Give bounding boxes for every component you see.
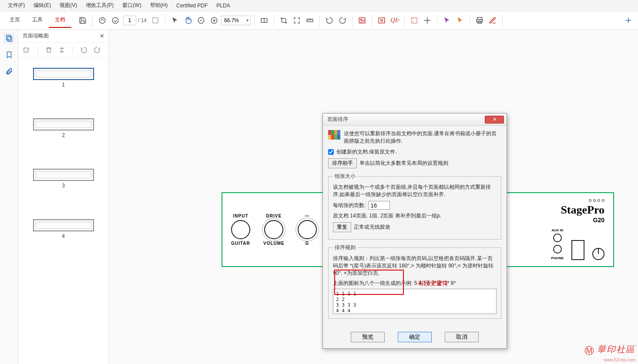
fit-icon[interactable]	[258, 14, 270, 27]
svg-point-17	[381, 19, 383, 21]
ok-button[interactable]: 确定	[398, 332, 432, 342]
page-number-input[interactable]	[123, 16, 136, 25]
split-icon[interactable]	[57, 45, 67, 55]
svg-point-0	[99, 17, 105, 23]
rotate-left-icon[interactable]	[323, 14, 336, 27]
menu-help[interactable]: 帮助(H)	[146, 0, 172, 11]
watermark: Ⓜ 華印社區 www.52cnp.com	[584, 344, 635, 362]
print-icon[interactable]	[473, 14, 486, 27]
zoom-select[interactable]: 66.7%	[221, 16, 251, 25]
panel-close-icon[interactable]: ×	[100, 32, 104, 40]
bookmark-icon[interactable]	[4, 50, 14, 60]
measure-icon[interactable]	[304, 14, 316, 27]
rules-textarea[interactable]: 1 1 1 1 2 2 3 3 3 3 4 4 4	[333, 289, 497, 314]
thumbnail-page[interactable]	[33, 169, 94, 181]
cancel-button[interactable]: 取消	[445, 332, 479, 342]
dialog-close-button[interactable]: ✕	[485, 116, 504, 124]
delete-icon[interactable]	[44, 45, 54, 55]
zoom-out-icon[interactable]	[195, 14, 207, 27]
qi-icon[interactable]: QI5	[389, 14, 401, 27]
svg-rect-2	[153, 18, 158, 23]
page-down-icon[interactable]	[109, 14, 121, 27]
svg-rect-28	[24, 48, 28, 52]
save-icon[interactable]	[77, 14, 89, 27]
marquee-icon[interactable]	[149, 14, 161, 27]
svg-point-1	[112, 17, 118, 23]
tab-tools[interactable]: 工具	[26, 13, 49, 28]
crop-icon[interactable]	[278, 14, 290, 27]
thumbnails-list[interactable]: 1 2 3 4	[18, 57, 108, 364]
svg-rect-16	[379, 18, 385, 23]
menu-edit[interactable]: 编辑(E)	[29, 0, 55, 11]
page-sort-dialog: 页面排序 ✕ 这使您可以重新排序当前文档中的页面.通常在将书籍或小册子的页面拼版…	[322, 113, 507, 349]
knob-icon	[298, 220, 317, 239]
page-total: / 14	[138, 17, 147, 23]
menu-window[interactable]: 窗口(W)	[118, 0, 145, 11]
svg-rect-27	[8, 37, 12, 41]
svg-rect-26	[7, 35, 10, 40]
select-purple-icon[interactable]	[441, 14, 453, 27]
hand-icon[interactable]	[182, 14, 194, 27]
panel-title: 页面缩略图	[23, 32, 49, 40]
add-icon[interactable]	[622, 14, 635, 27]
dialog-title: 页面排序	[327, 116, 348, 123]
svg-rect-18	[412, 18, 417, 23]
repeat-button[interactable]: 重复	[333, 222, 351, 232]
thumbnails-panel: 页面缩略图 × 1 2 3 4	[18, 30, 109, 364]
left-sidebar	[0, 30, 18, 364]
thumbnails-icon[interactable]	[4, 33, 14, 43]
inspect-icon[interactable]	[376, 14, 388, 27]
knob-icon	[264, 220, 283, 239]
rotate-right-icon[interactable]	[336, 14, 349, 27]
pointer-icon[interactable]	[169, 14, 181, 27]
thumbnail-page[interactable]	[33, 118, 94, 130]
menu-bar: 文件(F) 编辑(E) 视图(V) 增效工具(P) 窗口(W) 帮助(H) Ce…	[0, 0, 638, 11]
options-icon[interactable]	[22, 45, 31, 55]
pages-per-sheet-input[interactable]	[368, 201, 390, 210]
slot-icon	[571, 240, 584, 260]
toolbar: 主页 工具 文档 / 14 66.7% QI5	[0, 11, 638, 30]
redo-icon[interactable]	[92, 45, 102, 55]
menu-plugins[interactable]: 增效工具(P)	[81, 0, 118, 11]
menu-view[interactable]: 视图(V)	[55, 0, 81, 11]
jack-icon	[553, 245, 562, 254]
thumbnail-page[interactable]	[33, 219, 94, 231]
paper-size-group: 纸张大小 该文档被视为一个或多个页面组,并且每个页面都以相同的方式重新排序,如果…	[328, 173, 501, 240]
power-icon	[592, 248, 604, 260]
select-orange-icon[interactable]	[454, 14, 466, 27]
sort-helper-button[interactable]: 排序助手	[328, 158, 357, 168]
thumbnail-page[interactable]	[33, 68, 94, 80]
annotation-text: 有没变量符	[418, 280, 448, 287]
point-icon[interactable]	[421, 14, 433, 27]
menu-plda[interactable]: PLDA	[212, 1, 234, 10]
sort-preview-icon	[328, 130, 340, 140]
dialog-intro: 这使您可以重新排序当前文档中的页面.通常在将书籍或小册子的页面拼版之前先执行此操…	[344, 130, 501, 145]
bounds-icon[interactable]	[408, 14, 420, 27]
undo-icon[interactable]	[79, 45, 89, 55]
zoom-in-icon[interactable]	[208, 14, 220, 27]
attachment-icon[interactable]	[4, 66, 14, 77]
preview-button[interactable]: 预览	[351, 332, 385, 342]
sort-rules-group: 排序规则 排序输入规则：列出第一纸张每页的页码,以空格把各页码隔开.某一页码后带…	[328, 244, 501, 319]
jack-icon	[553, 234, 562, 242]
tab-home[interactable]: 主页	[3, 13, 26, 28]
tab-document[interactable]: 文档	[49, 13, 71, 28]
watermark-icon: Ⓜ	[584, 344, 594, 357]
knob-icon	[231, 220, 250, 239]
edit-icon[interactable]	[487, 14, 499, 27]
menu-file[interactable]: 文件(F)	[3, 0, 29, 11]
fullscreen-icon[interactable]	[291, 14, 303, 27]
image-icon[interactable]	[356, 14, 368, 27]
menu-certified[interactable]: Certified PDF	[172, 1, 212, 10]
create-new-checkbox[interactable]	[328, 149, 334, 155]
page-up-icon[interactable]	[96, 14, 108, 27]
svg-point-15	[360, 19, 362, 20]
